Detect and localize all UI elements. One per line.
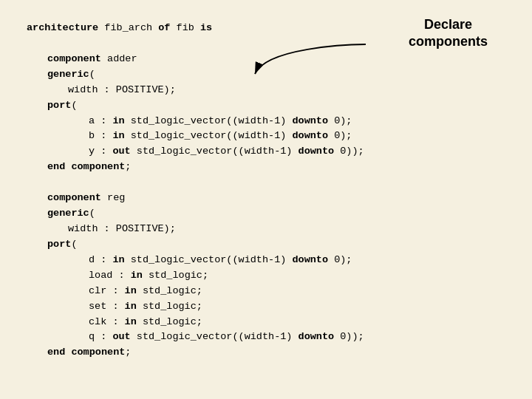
- annotation-line1: Declare: [424, 17, 472, 32]
- kw-out-q: out: [112, 331, 130, 342]
- port-q-line: q : out std_logic_vector((width-1) downt…: [89, 330, 505, 345]
- kw-out-y: out: [112, 146, 130, 157]
- port-a-line: a : in std_logic_vector((width-1) downto…: [89, 114, 505, 129]
- entity-name: fib: [177, 22, 200, 33]
- kw-in-clk: in: [125, 316, 137, 327]
- port-d-line: d : in std_logic_vector((width-1) downto…: [89, 253, 505, 268]
- comp-reg-block: component reg generic( width : POSITIVE)…: [47, 191, 505, 361]
- kw-in-set: in: [125, 301, 137, 312]
- kw-in-b: in: [112, 130, 124, 141]
- kw-generic1: generic: [47, 69, 89, 80]
- annotation-box: Declare components: [409, 16, 488, 51]
- port-set-line: set : in std_logic;: [89, 299, 505, 315]
- slide-content: Declare components architecture fib_arch…: [0, 0, 532, 381]
- kw-in-a: in: [112, 115, 124, 126]
- arch-name: fib_arch: [104, 22, 158, 33]
- paren-open-1: (: [89, 69, 95, 80]
- kw-downto-b: downto: [292, 130, 328, 141]
- kw-downto-q: downto: [299, 331, 335, 342]
- generic-width-1: width : POSITIVE);: [68, 84, 176, 95]
- generic-width-2: width : POSITIVE);: [68, 223, 176, 234]
- port-open-1: port(: [47, 98, 505, 114]
- end-component-1: end component;: [47, 160, 505, 175]
- port-y-line: y : out std_logic_vector((width-1) downt…: [89, 144, 505, 160]
- port-open-2: port(: [47, 237, 505, 253]
- kw-is: is: [200, 22, 212, 33]
- kw-downto-y: downto: [299, 146, 335, 157]
- paren-open-2: (: [89, 208, 95, 219]
- generic-body-2: width : POSITIVE);: [68, 222, 505, 237]
- kw-component2-end: component: [71, 347, 125, 358]
- generic-open-2: generic(: [47, 206, 505, 222]
- port-paren-1: (: [71, 100, 77, 111]
- kw-port1: port: [47, 100, 71, 111]
- comp-adder-name: adder: [107, 53, 137, 64]
- port-clr-line: clr : in std_logic;: [89, 284, 505, 299]
- kw-in-load: in: [131, 270, 143, 281]
- kw-generic2: generic: [47, 208, 89, 219]
- comp-reg-line: component reg: [47, 191, 505, 206]
- kw-downto-a: downto: [292, 115, 328, 126]
- kw-component1: component: [47, 53, 101, 64]
- end-component-2: end component;: [47, 345, 505, 361]
- kw-in-d: in: [112, 254, 124, 265]
- comp-reg-name: reg: [107, 192, 125, 203]
- kw-component2: component: [47, 192, 101, 203]
- generic-body-1: width : POSITIVE);: [68, 83, 505, 98]
- port-clk-line: clk : in std_logic;: [89, 315, 505, 330]
- kw-of: of: [158, 22, 170, 33]
- kw-downto-d: downto: [292, 254, 328, 265]
- kw-port2: port: [47, 239, 71, 250]
- kw-in-clr: in: [125, 285, 137, 296]
- annotation-line2: components: [409, 34, 488, 49]
- kw-end2: end: [47, 347, 65, 358]
- kw-end1: end: [47, 161, 65, 172]
- kw-architecture: architecture: [27, 22, 98, 33]
- port-paren-2: (: [71, 239, 77, 250]
- port-b-line: b : in std_logic_vector((width-1) downto…: [89, 129, 505, 144]
- kw-component1-end: component: [71, 161, 125, 172]
- port-load-line: load : in std_logic;: [89, 268, 505, 284]
- arrow-icon: [251, 41, 369, 81]
